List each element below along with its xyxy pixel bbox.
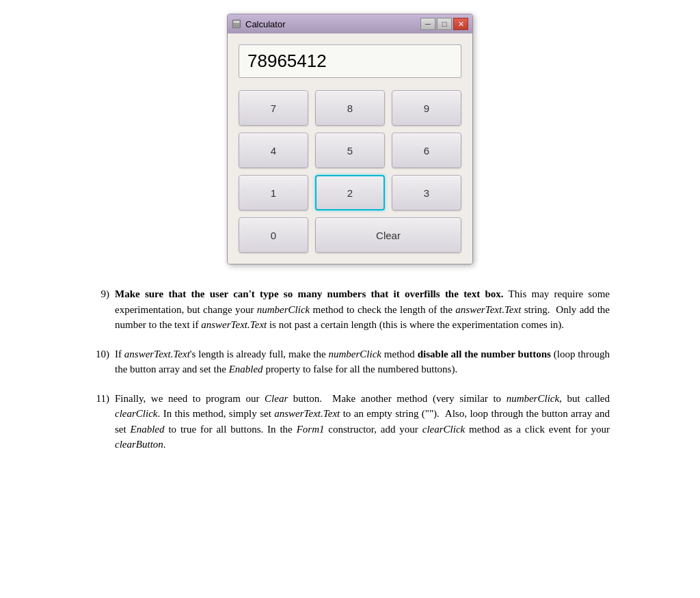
calculator-body: 78965412 7 8 9 4 5 6 1 2 3 0 Clear (228, 33, 472, 264)
instruction-11: 11) Finally, we need to program our Clea… (90, 391, 610, 452)
restore-button[interactable]: □ (437, 18, 452, 30)
instr9-answertext2: answerText.Text (201, 319, 267, 330)
instr11-clear: Clear (265, 393, 288, 404)
button-7[interactable]: 7 (239, 90, 308, 126)
instr11-numberclick: numberClick (507, 393, 559, 404)
svg-rect-5 (234, 26, 236, 27)
instr9-numberclick: numberClick (257, 304, 310, 315)
item-number-9: 9) (90, 286, 109, 302)
instr10-bold: disable all the number buttons (418, 349, 551, 359)
button-0[interactable]: 0 (239, 217, 308, 253)
instructions: 9) Make sure that the user can't type so… (90, 286, 610, 452)
svg-rect-3 (236, 24, 238, 25)
button-2[interactable]: 2 (315, 175, 385, 210)
button-4[interactable]: 4 (239, 133, 308, 168)
svg-rect-1 (234, 21, 240, 23)
button-8[interactable]: 8 (315, 90, 385, 126)
instruction-10: 10) If answerText.Text's length is alrea… (90, 346, 610, 377)
button-9[interactable]: 9 (392, 90, 461, 126)
button-clear[interactable]: Clear (315, 217, 461, 253)
instr10-enabled: Enabled (229, 364, 263, 375)
title-bar-left: Calculator (232, 19, 286, 29)
item-content-11: Finally, we need to program our Clear bu… (115, 391, 610, 452)
calculator-container: Calculator ─ □ ✕ 78965412 7 8 9 4 5 6 1 (27, 14, 673, 264)
instr11-form1: Form1 (297, 424, 325, 435)
item-number-11: 11) (90, 391, 109, 407)
instr11-clearclick: clearClick (115, 408, 157, 419)
instr11-clearbutton: clearButton (115, 439, 163, 450)
close-button[interactable]: ✕ (453, 18, 468, 30)
svg-rect-4 (238, 24, 240, 25)
svg-rect-6 (236, 26, 238, 27)
button-3[interactable]: 3 (392, 175, 461, 210)
display: 78965412 (239, 44, 461, 78)
title-bar: Calculator ─ □ ✕ (228, 14, 472, 33)
instruction-9-bold: Make sure that the user can't type so ma… (115, 288, 504, 299)
instr10-numberclick: numberClick (328, 349, 381, 359)
instr11-clearclick2: clearClick (422, 424, 465, 435)
calculator-icon (232, 19, 241, 29)
instr9-answertext1: answerText.Text (455, 304, 521, 315)
button-5[interactable]: 5 (315, 133, 385, 168)
item-number-10: 10) (90, 346, 109, 362)
instruction-9: 9) Make sure that the user can't type so… (90, 286, 610, 333)
item-content-9: Make sure that the user can't type so ma… (115, 286, 610, 333)
button-grid: 7 8 9 4 5 6 1 2 3 0 Clear (239, 90, 461, 253)
instr10-answertext: answerText.Text (124, 349, 190, 359)
window-controls: ─ □ ✕ (420, 18, 468, 30)
instr11-answertext: answerText.Text (274, 408, 340, 419)
instr11-enabled: Enabled (131, 424, 165, 435)
svg-rect-7 (238, 26, 240, 27)
minimize-button[interactable]: ─ (420, 18, 435, 30)
calculator-window: Calculator ─ □ ✕ 78965412 7 8 9 4 5 6 1 (227, 14, 473, 264)
item-content-10: If answerText.Text's length is already f… (115, 346, 610, 377)
window-title: Calculator (245, 19, 286, 29)
svg-rect-2 (234, 24, 236, 25)
button-6[interactable]: 6 (392, 133, 461, 168)
button-1[interactable]: 1 (239, 175, 308, 210)
